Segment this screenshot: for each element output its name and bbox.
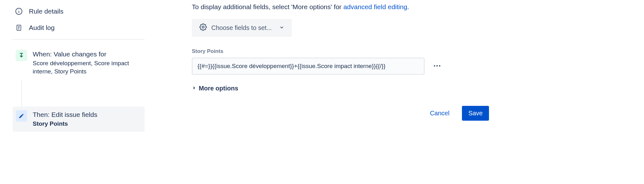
gear-icon: [199, 23, 207, 32]
svg-point-11: [436, 65, 438, 66]
sidebar-item-audit-log[interactable]: Audit log: [13, 20, 145, 36]
field-row: [192, 58, 506, 75]
story-points-input[interactable]: [192, 58, 425, 75]
dots-horizontal-icon: [433, 61, 441, 70]
instruction-text: To display additional fields, select 'Mo…: [192, 3, 506, 11]
trigger-icon: [16, 50, 27, 61]
edit-icon: [16, 110, 27, 122]
sidebar-item-rule-details[interactable]: Rule details: [13, 3, 145, 20]
field-more-actions[interactable]: [431, 60, 443, 73]
instruction-suffix: .: [407, 3, 409, 10]
more-options-label: More options: [199, 85, 238, 92]
step-title: Then: Edit issue fields: [33, 110, 97, 119]
step-subtitle: Score développement, Score impact intern…: [33, 59, 142, 75]
rule-step-action[interactable]: Then: Edit issue fields Story Points: [13, 106, 145, 132]
svg-point-2: [19, 10, 19, 10]
footer-actions: Cancel Save: [192, 106, 489, 121]
svg-point-10: [434, 65, 436, 66]
svg-point-9: [202, 26, 204, 28]
save-button[interactable]: Save: [462, 106, 489, 121]
divider: [13, 39, 145, 40]
connector-line: [21, 79, 22, 106]
choose-fields-dropdown[interactable]: Choose fields to set...: [192, 19, 292, 37]
chevron-right-icon: [192, 86, 196, 91]
instruction-prefix: To display additional fields, select 'Mo…: [192, 3, 343, 10]
cancel-button[interactable]: Cancel: [424, 106, 456, 121]
step-subtitle: Story Points: [33, 120, 97, 128]
rule-step-trigger[interactable]: When: Value changes for Score développem…: [13, 46, 145, 79]
info-icon: [15, 8, 23, 15]
sidebar: Rule details Audit log When: Value chang…: [13, 3, 145, 132]
chevron-down-icon: [279, 24, 284, 32]
svg-point-12: [439, 65, 441, 66]
sidebar-item-label: Rule details: [29, 8, 64, 15]
document-icon: [15, 24, 23, 32]
main-panel: To display additional fields, select 'Mo…: [192, 3, 506, 132]
step-body: When: Value changes for Score développem…: [33, 50, 142, 76]
dropdown-label: Choose fields to set...: [211, 24, 272, 32]
more-options-toggle[interactable]: More options: [192, 85, 506, 92]
field-label-story-points: Story Points: [192, 48, 506, 55]
sidebar-item-label: Audit log: [29, 24, 55, 32]
step-body: Then: Edit issue fields Story Points: [33, 110, 97, 128]
step-title: When: Value changes for: [33, 50, 142, 59]
advanced-field-editing-link[interactable]: advanced field editing: [343, 3, 407, 10]
